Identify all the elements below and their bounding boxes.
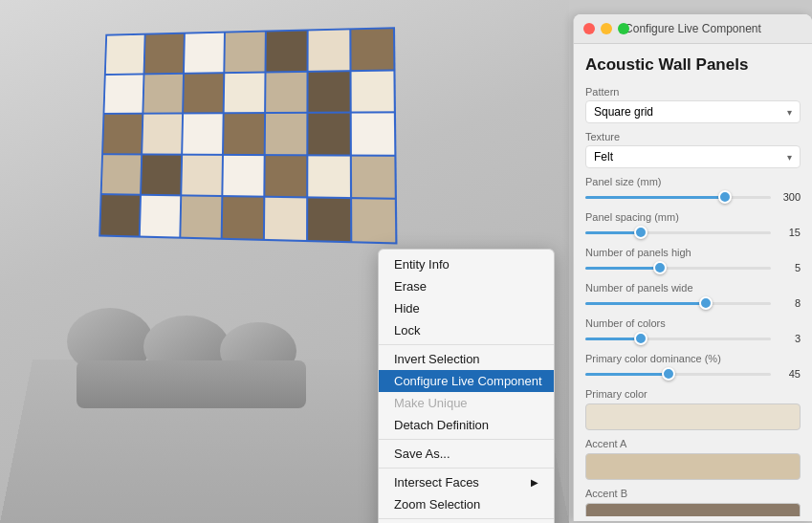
primary-dominance-slider[interactable] xyxy=(585,367,771,381)
panel-size-slider[interactable] xyxy=(585,190,771,204)
panel-cell xyxy=(142,155,181,195)
panel-cell xyxy=(184,74,223,113)
menu-separator xyxy=(379,468,554,469)
menu-separator xyxy=(379,518,554,519)
panel-spacing-slider-row: 15 xyxy=(585,226,801,239)
minimize-button[interactable] xyxy=(601,23,612,34)
menu-item-detach-definition[interactable]: Detach Definition xyxy=(379,414,554,436)
panels-wide-value: 8 xyxy=(777,297,801,309)
texture-label: Texture xyxy=(585,131,801,142)
texture-dropdown-arrow: ▾ xyxy=(787,152,792,163)
sofa-base xyxy=(77,360,306,408)
menu-item-label: Invert Selection xyxy=(394,352,480,366)
num-colors-label: Number of colors xyxy=(585,317,801,329)
menu-item-label: Configure Live Component xyxy=(394,374,542,388)
panel-size-slider-row: 300 xyxy=(585,190,801,204)
menu-item-label: Save As... xyxy=(394,447,450,461)
panel-spacing-slider[interactable] xyxy=(585,226,771,239)
menu-item-label: Erase xyxy=(394,279,427,294)
menu-item-entity-info[interactable]: Entity Info xyxy=(379,253,554,275)
panels-high-label: Number of panels high xyxy=(585,247,801,258)
menu-item-label: Lock xyxy=(394,323,420,338)
titlebar-buttons xyxy=(583,23,629,34)
texture-dropdown[interactable]: Felt ▾ xyxy=(585,145,801,168)
panel-cell xyxy=(183,114,223,153)
panel-cell xyxy=(308,156,350,197)
panel-cell xyxy=(265,156,306,197)
panel-cell xyxy=(104,75,143,113)
panel-cell xyxy=(144,34,183,73)
num-colors-slider-row: 3 xyxy=(585,332,801,345)
menu-item-label: Zoom Selection xyxy=(394,497,480,512)
panel-cell xyxy=(103,115,142,153)
pattern-value: Square grid xyxy=(594,105,653,119)
panel-content: Acoustic Wall Panels Pattern Square grid… xyxy=(574,44,812,516)
menu-item-zoom-selection[interactable]: Zoom Selection xyxy=(379,493,554,515)
menu-separator xyxy=(379,344,554,345)
panel-cell xyxy=(225,33,265,72)
menu-separator xyxy=(379,439,554,440)
panel-cell xyxy=(223,197,264,238)
panel-cell xyxy=(266,31,306,71)
panel-cell xyxy=(141,196,180,236)
panel-cell xyxy=(308,72,349,112)
pattern-dropdown-arrow: ▾ xyxy=(787,107,792,118)
accent-b-swatch[interactable] xyxy=(585,503,801,516)
menu-item-hide[interactable]: Hide xyxy=(379,297,554,319)
accent-a-swatch[interactable] xyxy=(585,453,801,480)
panel-cell xyxy=(102,155,142,194)
panel-cell xyxy=(352,200,395,243)
menu-item-configure-live-component[interactable]: Configure Live Component xyxy=(379,370,554,392)
panels-high-slider[interactable] xyxy=(585,261,771,274)
panel-size-label: Panel size (mm) xyxy=(585,176,801,187)
panel-cell xyxy=(308,199,350,241)
menu-item-save-as...[interactable]: Save As... xyxy=(379,443,554,465)
pattern-dropdown[interactable]: Square grid ▾ xyxy=(585,100,801,123)
panels-wide-slider[interactable] xyxy=(585,296,771,310)
panel-title: Configure Live Component xyxy=(625,22,761,35)
accent-b-label: Accent B xyxy=(585,488,801,499)
panel-cell xyxy=(351,29,393,70)
panel-cell xyxy=(185,33,224,73)
panel-cell xyxy=(143,115,182,154)
texture-value: Felt xyxy=(594,150,613,163)
menu-item-label: Intersect Faces xyxy=(394,475,479,490)
menu-item-label: Entity Info xyxy=(394,257,450,272)
submenu-arrow-icon: ▶ xyxy=(531,477,538,488)
panel-spacing-value: 15 xyxy=(777,227,801,238)
menu-item-label: Hide xyxy=(394,301,420,316)
panel-cell xyxy=(225,73,265,112)
config-panel: Configure Live Component Acoustic Wall P… xyxy=(573,14,812,521)
panel-cell xyxy=(266,72,306,112)
panels-wide-slider-row: 8 xyxy=(585,296,801,310)
panel-size-value: 300 xyxy=(777,191,801,203)
num-colors-slider[interactable] xyxy=(585,332,771,345)
panels-high-slider-row: 5 xyxy=(585,261,801,274)
accent-a-label: Accent A xyxy=(585,438,801,449)
panel-cell xyxy=(352,156,395,198)
maximize-button[interactable] xyxy=(618,23,629,34)
primary-dominance-value: 45 xyxy=(777,368,801,380)
menu-item-lock[interactable]: Lock xyxy=(379,319,554,341)
context-menu: Entity InfoEraseHideLockInvert Selection… xyxy=(378,249,555,523)
close-button[interactable] xyxy=(583,23,595,34)
panel-cell xyxy=(266,114,307,154)
panel-cell xyxy=(224,114,264,154)
panel-cell xyxy=(223,156,263,196)
panels-wide-label: Number of panels wide xyxy=(585,282,801,294)
menu-item-intersect-faces[interactable]: Intersect Faces▶ xyxy=(379,471,554,493)
menu-item-label: Make Unique xyxy=(394,396,468,410)
panel-titlebar: Configure Live Component xyxy=(574,14,812,44)
menu-item-invert-selection[interactable]: Invert Selection xyxy=(379,348,554,370)
menu-item-erase[interactable]: Erase xyxy=(379,275,554,297)
wall-panel-grid xyxy=(99,27,397,244)
panel-cell xyxy=(100,195,140,235)
primary-dominance-slider-row: 45 xyxy=(585,367,801,381)
primary-color-label: Primary color xyxy=(585,388,801,400)
panel-cell xyxy=(352,71,394,112)
panel-cell xyxy=(182,155,222,195)
primary-color-swatch[interactable] xyxy=(585,403,801,430)
panels-high-value: 5 xyxy=(777,262,801,273)
panel-cell xyxy=(308,114,349,155)
panel-cell xyxy=(106,35,144,74)
